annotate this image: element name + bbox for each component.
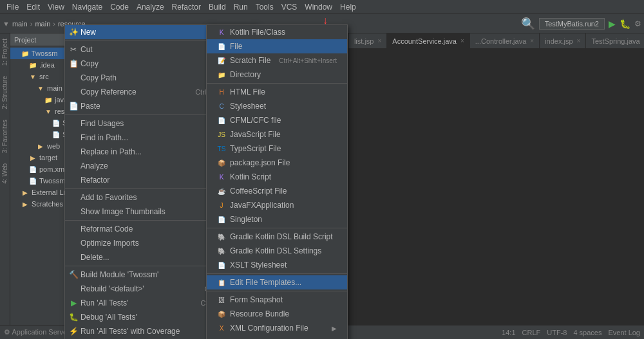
template-icon: 📋 <box>217 278 226 287</box>
sm-singleton[interactable]: 📄 Singleton <box>207 212 347 226</box>
scratch-icon: 📝 <box>217 56 226 65</box>
sm-gradle-settings[interactable]: 🐘 Gradle Kotlin DSL Settings <box>207 244 347 258</box>
separator <box>207 273 347 274</box>
json-icon: 📦 <box>217 158 226 167</box>
sm-directory[interactable]: 📁 Directory <box>207 68 347 82</box>
new-icon: ✨ <box>69 28 78 37</box>
directory-icon: 📁 <box>217 70 226 79</box>
submenu-arrow-icon: ▶ <box>332 325 337 332</box>
coverage-icon: ⚡ <box>69 327 78 336</box>
sm-kotlin-script[interactable]: K Kotlin Script <box>207 170 347 184</box>
debug-icon: 🐛 <box>69 313 78 322</box>
javafx-icon: J <box>217 201 226 210</box>
js-icon: JS <box>217 130 226 139</box>
sm-gradle-build[interactable]: 🐘 Gradle Kotlin DSL Build Script <box>207 230 347 244</box>
paste-icon: 📄 <box>69 102 78 111</box>
coffee-icon: ☕ <box>217 187 226 196</box>
singleton-icon: 📄 <box>217 215 226 224</box>
sm-coffeescript[interactable]: ☕ CoffeeScript File <box>207 184 347 198</box>
cut-icon: ✂ <box>69 45 78 54</box>
sm-stylesheet[interactable]: C Stylesheet <box>207 99 347 113</box>
sm-javafx[interactable]: J JavaFXApplication <box>207 198 347 212</box>
sm-resource-bundle[interactable]: 📦 Resource Bundle <box>207 307 347 321</box>
file-icon: 📄 <box>217 42 226 51</box>
sm-form-snapshot[interactable]: 🖼 Form Snapshot <box>207 293 347 307</box>
gradle-icon: 🐘 <box>217 232 226 241</box>
copy-icon: 📋 <box>69 59 78 68</box>
sm-xml-config[interactable]: X XML Configuration File ▶ <box>207 321 347 335</box>
context-menu-overlay: → ✨ New ▶ ✂ Cut Ctrl+X 📋 Copy Ctrl+C Cop… <box>0 0 644 339</box>
html-icon: H <box>217 87 226 96</box>
form-icon: 🖼 <box>217 295 226 304</box>
gradle-settings-icon: 🐘 <box>217 246 226 255</box>
separator <box>207 291 347 291</box>
sm-typescript[interactable]: TS TypeScript File <box>207 142 347 156</box>
xml-icon: X <box>217 324 226 333</box>
resource-icon: 📦 <box>217 309 226 318</box>
separator <box>207 228 347 228</box>
build-icon: 🔨 <box>69 270 78 279</box>
css-icon: C <box>217 102 226 111</box>
sm-scratch-file[interactable]: 📝 Scratch File Ctrl+Alt+Shift+Insert <box>207 53 347 68</box>
cfml-icon: 📄 <box>217 116 226 125</box>
scratch-shortcut: Ctrl+Alt+Shift+Insert <box>279 57 337 64</box>
sm-edit-file-templates[interactable]: 📋 Edit File Templates... <box>207 275 347 289</box>
ts-icon: TS <box>217 144 226 153</box>
sm-html-file[interactable]: H HTML File <box>207 85 347 99</box>
sm-file[interactable]: 📄 File <box>207 39 347 53</box>
separator <box>207 83 347 84</box>
sm-xslt[interactable]: 📄 XSLT Stylesheet <box>207 258 347 272</box>
kotlin-script-icon: K <box>217 172 226 181</box>
sm-diagram[interactable]: 📊 Diagram ▶ <box>207 335 347 339</box>
xslt-icon: 📄 <box>217 261 226 270</box>
sm-javascript[interactable]: JS JavaScript File <box>207 127 347 142</box>
sm-kotlin-class[interactable]: K Kotlin File/Class <box>207 25 347 39</box>
new-submenu: ↓ K Kotlin File/Class 📄 File 📝 Scratch F… <box>206 24 348 339</box>
sm-cfml[interactable]: 📄 CFML/CFC file <box>207 113 347 127</box>
kotlin-icon: K <box>217 28 226 37</box>
run-icon: ▶ <box>69 298 78 307</box>
sm-package-json[interactable]: 📦 package.json File <box>207 156 347 170</box>
